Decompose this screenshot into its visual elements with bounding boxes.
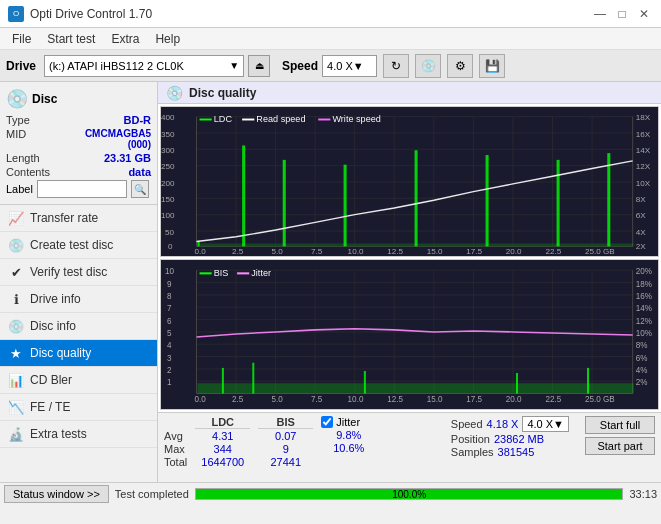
status-text: Test completed (115, 488, 189, 500)
speed-select-stats[interactable]: 4.0 X ▼ (522, 416, 569, 432)
svg-text:5: 5 (167, 329, 172, 338)
stats-bis-total: 27441 (258, 456, 313, 468)
chart2-container: BIS Jitter 10 9 8 7 6 5 4 3 2 1 20% (160, 259, 659, 410)
stats-labels-col: Avg Max Total (164, 430, 187, 468)
disc-length-field: Length 23.31 GB (6, 152, 151, 164)
speed-select-arrow-icon: ▼ (353, 60, 364, 72)
position-row: Position 23862 MB (451, 433, 569, 445)
sidebar-item-verify-test-disc[interactable]: ✔ Verify test disc (0, 259, 157, 286)
sidebar-item-create-test-disc[interactable]: 💿 Create test disc (0, 232, 157, 259)
svg-rect-35 (318, 119, 330, 121)
sidebar-item-drive-info-label: Drive info (30, 292, 81, 306)
stats-ldc-total: 1644700 (195, 456, 250, 468)
jitter-checkbox-row: Jitter (321, 416, 376, 428)
sidebar-item-verify-test-disc-label: Verify test disc (30, 265, 107, 279)
start-part-button[interactable]: Start part (585, 437, 655, 455)
save-button[interactable]: 💾 (479, 54, 505, 78)
disc-type-value: BD-R (124, 114, 152, 126)
stats-max-label: Max (164, 443, 187, 455)
disc-label-icon-button[interactable]: 🔍 (131, 180, 149, 198)
drive-select[interactable]: (k:) ATAPI iHBS112 2 CL0K ▼ (44, 55, 244, 77)
svg-text:0.0: 0.0 (194, 395, 206, 404)
transfer-rate-icon: 📈 (8, 210, 24, 226)
cd-bler-icon: 📊 (8, 372, 24, 388)
disc-section-title: Disc (32, 92, 57, 106)
svg-rect-0 (161, 107, 658, 256)
create-test-disc-icon: 💿 (8, 237, 24, 253)
sidebar-item-disc-quality-label: Disc quality (30, 346, 91, 360)
svg-text:4: 4 (167, 341, 172, 350)
sidebar-item-fe-te[interactable]: 📉 FE / TE (0, 394, 157, 421)
stats-avg-label: Avg (164, 430, 187, 442)
speed-select-stats-value: 4.0 X (527, 418, 553, 430)
progress-text: 100.0% (196, 489, 623, 500)
content-panel: 💿 Disc quality (158, 82, 661, 482)
samples-label: Samples (451, 446, 494, 458)
speed-select[interactable]: 4.0 X ▼ (322, 55, 377, 77)
disc-length-label: Length (6, 152, 40, 164)
svg-text:12%: 12% (636, 317, 652, 326)
svg-text:350: 350 (161, 130, 175, 139)
svg-text:150: 150 (161, 195, 175, 204)
menu-extra[interactable]: Extra (103, 30, 147, 48)
sidebar-item-disc-quality[interactable]: ★ Disc quality (0, 340, 157, 367)
extra-tests-icon: 🔬 (8, 426, 24, 442)
svg-rect-92 (252, 363, 254, 394)
refresh-button[interactable]: ↻ (383, 54, 409, 78)
settings-button[interactable]: ⚙ (447, 54, 473, 78)
sidebar-item-disc-info[interactable]: 💿 Disc info (0, 313, 157, 340)
eject-button[interactable]: ⏏ (248, 55, 270, 77)
disc-quality-icon: ★ (8, 345, 24, 361)
sidebar-item-create-test-disc-label: Create test disc (30, 238, 113, 252)
close-button[interactable]: ✕ (635, 5, 653, 23)
svg-text:2: 2 (167, 366, 172, 375)
maximize-button[interactable]: □ (613, 5, 631, 23)
stats-right: Speed 4.18 X 4.0 X ▼ Position 23862 MB S… (451, 416, 655, 458)
svg-text:8%: 8% (636, 341, 648, 350)
svg-text:2%: 2% (636, 378, 648, 387)
svg-rect-24 (242, 145, 245, 246)
sidebar-item-drive-info[interactable]: ℹ Drive info (0, 286, 157, 313)
drive-select-arrow-icon: ▼ (229, 60, 239, 71)
menu-help[interactable]: Help (147, 30, 188, 48)
svg-text:6%: 6% (636, 354, 648, 363)
stats-bis-col: BIS 0.07 9 27441 (258, 416, 313, 468)
svg-rect-91 (222, 368, 224, 394)
panel-header-icon: 💿 (166, 85, 183, 101)
speed-select-stats-arrow-icon: ▼ (553, 418, 564, 430)
stats-ldc-max: 344 (195, 443, 250, 455)
stats-total-label: Total (164, 456, 187, 468)
svg-text:10: 10 (165, 267, 174, 276)
sidebar: 💿 Disc Type BD-R MID CMCMAGBA5 (000) Len… (0, 82, 158, 482)
disc-label-input[interactable] (37, 180, 127, 198)
disc-contents-field: Contents data (6, 166, 151, 178)
sidebar-item-transfer-rate[interactable]: 📈 Transfer rate (0, 205, 157, 232)
disc-mid-label: MID (6, 128, 26, 150)
svg-text:12.5: 12.5 (387, 395, 403, 404)
menu-start-test[interactable]: Start test (39, 30, 103, 48)
minimize-button[interactable]: — (591, 5, 609, 23)
svg-text:300: 300 (161, 146, 175, 155)
start-full-button[interactable]: Start full (585, 416, 655, 434)
disc-icon-button[interactable]: 💿 (415, 54, 441, 78)
menu-file[interactable]: File (4, 30, 39, 48)
window-controls: — □ ✕ (591, 5, 653, 23)
disc-mid-field: MID CMCMAGBA5 (000) (6, 128, 151, 150)
svg-text:1: 1 (167, 378, 172, 387)
status-window-button[interactable]: Status window >> (4, 485, 109, 503)
svg-text:16%: 16% (636, 292, 652, 301)
chart1-svg: LDC Read speed Write speed 400 350 300 2… (161, 107, 658, 256)
jitter-checkbox[interactable] (321, 416, 333, 428)
svg-text:5.0: 5.0 (272, 395, 284, 404)
sidebar-item-extra-tests[interactable]: 🔬 Extra tests (0, 421, 157, 448)
fe-te-icon: 📉 (8, 399, 24, 415)
svg-rect-29 (557, 160, 560, 247)
svg-text:7.5: 7.5 (311, 247, 323, 256)
sidebar-item-cd-bler[interactable]: 📊 CD Bler (0, 367, 157, 394)
svg-text:50: 50 (165, 228, 175, 237)
svg-rect-96 (200, 272, 212, 274)
speed-row: Speed 4.18 X 4.0 X ▼ (451, 416, 569, 432)
svg-text:Read speed: Read speed (256, 115, 305, 125)
samples-value: 381545 (498, 446, 535, 458)
sidebar-item-cd-bler-label: CD Bler (30, 373, 72, 387)
